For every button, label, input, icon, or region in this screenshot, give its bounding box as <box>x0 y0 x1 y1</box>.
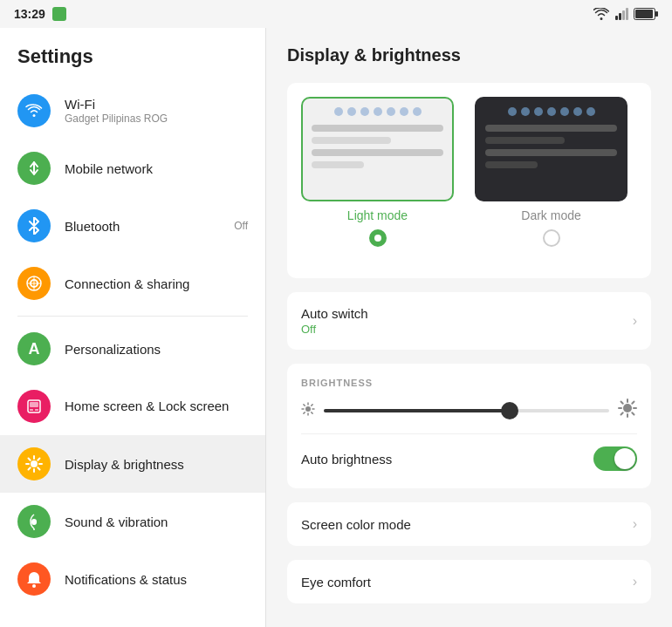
line-4 <box>312 161 364 168</box>
svg-line-32 <box>312 412 312 413</box>
sidebar-item-connection[interactable]: Connection & sharing <box>0 255 265 312</box>
dot-4 <box>374 107 382 116</box>
panel-title: Display & brightness <box>287 45 651 65</box>
screen-color-row[interactable]: Screen color mode › <box>287 502 651 546</box>
personalizations-content: Personalizations <box>65 342 248 357</box>
mobile-network-content: Mobile network <box>65 161 248 176</box>
screen-color-card: Screen color mode › <box>287 502 651 546</box>
svg-line-19 <box>38 467 39 469</box>
dot-3 <box>360 107 369 116</box>
notifications-content: Notifications & status <box>65 572 248 587</box>
svg-rect-0 <box>615 16 618 20</box>
eye-comfort-chevron: › <box>633 574 637 590</box>
auto-switch-label: Auto switch <box>301 306 633 321</box>
dark-mode-preview <box>475 97 627 201</box>
display-brightness-label: Display & brightness <box>65 457 248 472</box>
wifi-item-content: Wi-Fi Gadget Pilipinas ROG <box>65 97 248 125</box>
dark-line-1 <box>485 125 617 132</box>
dot-6 <box>400 107 408 116</box>
svg-rect-22 <box>31 519 37 525</box>
svg-rect-12 <box>35 409 38 411</box>
brightness-card: BRIGHTNESS <box>287 364 651 488</box>
sound-nav-icon <box>17 505 51 538</box>
eye-comfort-row[interactable]: Eye comfort › <box>287 560 651 603</box>
light-mode-preview <box>301 97 454 201</box>
bluetooth-label: Bluetooth <box>65 219 234 234</box>
bluetooth-nav-icon <box>17 209 51 242</box>
svg-rect-5 <box>655 11 658 17</box>
bluetooth-content: Bluetooth <box>65 219 234 234</box>
sidebar-item-wifi[interactable]: Wi-Fi Gadget Pilipinas ROG <box>0 82 265 140</box>
eye-comfort-label: Eye comfort <box>301 575 633 590</box>
dark-mode-option[interactable]: Dark mode <box>475 97 627 247</box>
auto-brightness-label: Auto brightness <box>301 452 593 467</box>
dark-mode-radio[interactable] <box>543 229 560 247</box>
sound-content: Sound & vibration <box>65 515 248 529</box>
svg-line-42 <box>632 402 634 404</box>
svg-point-35 <box>623 404 632 412</box>
eye-comfort-card: Eye comfort › <box>287 560 651 603</box>
dark-dot-4 <box>547 107 556 116</box>
home-screen-nav-icon <box>17 390 51 423</box>
wifi-nav-icon <box>17 94 51 127</box>
sim-icon <box>614 7 628 21</box>
svg-rect-3 <box>626 8 628 20</box>
right-panel: Display & brightness <box>266 28 672 627</box>
connection-content: Connection & sharing <box>65 276 248 291</box>
dark-dot-6 <box>573 107 582 116</box>
sidebar-item-bluetooth[interactable]: Bluetooth Off <box>0 197 265 255</box>
dark-dot-7 <box>586 107 595 116</box>
auto-brightness-toggle[interactable] <box>593 446 637 471</box>
main-layout: Settings Wi-Fi Gadget Pilipinas ROG <box>0 28 672 627</box>
battery-icon <box>634 8 658 20</box>
sidebar-item-sound[interactable]: Sound & vibration <box>0 493 265 550</box>
dot-1 <box>334 107 343 116</box>
sound-label: Sound & vibration <box>65 515 248 529</box>
svg-line-40 <box>621 402 623 404</box>
svg-point-13 <box>31 460 38 467</box>
wifi-sub: Gadget Pilipinas ROG <box>65 112 248 125</box>
dark-line-4 <box>485 161 538 168</box>
sidebar: Settings Wi-Fi Gadget Pilipinas ROG <box>0 28 266 627</box>
svg-rect-11 <box>30 409 33 411</box>
divider-1 <box>17 316 248 317</box>
line-3 <box>312 149 443 156</box>
sidebar-item-home-screen[interactable]: Home screen & Lock screen <box>0 378 265 435</box>
screen-color-content: Screen color mode <box>301 517 633 532</box>
sidebar-item-mobile-network[interactable]: Mobile network <box>0 140 265 197</box>
svg-rect-2 <box>622 10 625 20</box>
sidebar-item-personalizations[interactable]: A Personalizations <box>0 320 265 378</box>
svg-line-33 <box>312 405 312 406</box>
wifi-label: Wi-Fi <box>65 97 248 112</box>
dark-line-3 <box>485 149 617 156</box>
notifications-label: Notifications & status <box>65 572 248 587</box>
auto-switch-card: Auto switch Off › <box>287 292 651 350</box>
sidebar-item-notifications[interactable]: Notifications & status <box>0 550 265 608</box>
dark-preview-dots <box>477 99 626 121</box>
brightness-section-label: BRIGHTNESS <box>301 378 637 388</box>
svg-line-21 <box>29 467 31 469</box>
dot-5 <box>387 107 395 116</box>
notification-dot <box>52 7 66 21</box>
sidebar-item-display-brightness[interactable]: Display & brightness <box>0 435 265 493</box>
dark-line-2 <box>485 137 565 144</box>
theme-selector-card: Light mode <box>287 83 651 278</box>
light-preview-lines <box>303 121 452 177</box>
brightness-slider[interactable] <box>324 409 609 412</box>
bluetooth-badge: Off <box>234 220 248 232</box>
theme-selector: Light mode <box>301 97 637 247</box>
auto-switch-row[interactable]: Auto switch Off › <box>287 292 651 350</box>
light-mode-option[interactable]: Light mode <box>301 97 454 247</box>
status-icons <box>593 7 658 21</box>
svg-line-31 <box>304 405 305 406</box>
status-time: 13:29 <box>14 7 45 21</box>
eye-comfort-content: Eye comfort <box>301 575 633 590</box>
svg-line-43 <box>621 412 623 414</box>
light-mode-label: Light mode <box>347 208 408 222</box>
display-brightness-content: Display & brightness <box>65 457 248 472</box>
status-bar: 13:29 <box>0 0 672 28</box>
light-mode-radio[interactable] <box>369 229 387 247</box>
auto-switch-chevron: › <box>633 313 637 329</box>
auto-switch-content: Auto switch Off <box>301 306 633 336</box>
auto-switch-value: Off <box>301 323 633 336</box>
